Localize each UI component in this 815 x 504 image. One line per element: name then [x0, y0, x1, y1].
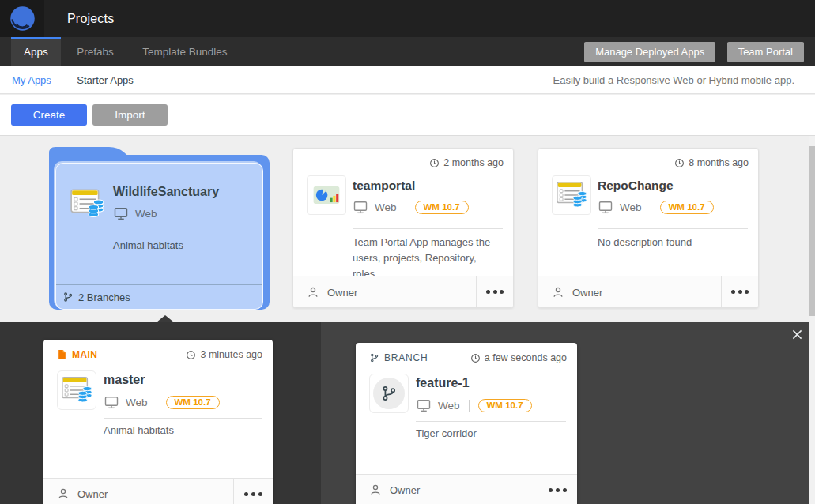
action-bar: Create Import: [0, 95, 815, 136]
divider: [157, 397, 157, 408]
main-tab-bar: Apps Prefabs Template Bundles Manage Dep…: [0, 37, 815, 66]
divider: [651, 201, 651, 213]
top-bar: Projects: [0, 0, 815, 37]
owner-label: Owner: [327, 287, 357, 299]
owner-label: Owner: [77, 488, 108, 500]
branch-card-master[interactable]: MAIN 3 minutes ago: [43, 340, 273, 504]
project-name: WildlifeSanctuary: [113, 185, 219, 199]
card-footer: Owner: [43, 478, 273, 504]
file-icon: [57, 349, 67, 360]
header-actions: Manage Deployed Apps Team Portal: [576, 42, 804, 62]
branches-footer[interactable]: 2 Branches: [56, 284, 262, 309]
tab-apps[interactable]: Apps: [11, 37, 61, 66]
divider: [598, 228, 748, 229]
team-portal-button[interactable]: Team Portal: [727, 42, 804, 62]
updated-time: 2 months ago: [429, 157, 504, 168]
folder-inner-card[interactable]: WildlifeSanctuary Web Animal habitats 2 …: [55, 163, 263, 310]
updated-time: 3 minutes ago: [186, 349, 262, 360]
branch-avatar: [369, 374, 409, 413]
tab-template-bundles[interactable]: Template Bundles: [130, 37, 240, 66]
main-tag: MAIN: [57, 349, 97, 360]
tab-prefabs[interactable]: Prefabs: [64, 37, 126, 66]
version-badge: WM 10.7: [166, 396, 220, 409]
monitor-icon: [104, 394, 119, 410]
card-footer: Owner: [356, 474, 577, 504]
monitor-icon: [353, 199, 368, 215]
person-icon: [551, 285, 565, 299]
manage-deployed-apps-button[interactable]: Manage Deployed Apps: [584, 42, 715, 62]
divider: [353, 228, 503, 229]
scrollbar-track[interactable]: [809, 136, 815, 504]
version-badge: WM 10.7: [415, 201, 469, 214]
monitor-icon: [416, 397, 432, 413]
owner-row: Owner: [551, 276, 602, 308]
apps-subnav: My Apps Starter Apps Easily build a Resp…: [0, 66, 815, 94]
branch-card-feature-1[interactable]: BRANCH a few seconds ago feature-1: [356, 343, 577, 504]
close-branch-panel-button[interactable]: [788, 325, 806, 343]
card-footer: Owner: [293, 276, 513, 307]
import-button[interactable]: Import: [92, 104, 168, 126]
owner-row: Owner: [56, 479, 108, 504]
owner-label: Owner: [390, 484, 420, 496]
card-menu-button[interactable]: [538, 475, 577, 504]
app-icon: [57, 370, 96, 410]
subnav-starter-apps[interactable]: Starter Apps: [77, 66, 134, 94]
ellipsis-icon: [485, 290, 505, 294]
divider: [104, 418, 262, 419]
app-icon: [307, 175, 346, 215]
platform-label: Web: [375, 201, 397, 213]
project-card-teamportal[interactable]: 2 months ago teamportal Web WM 10.7 Team…: [292, 148, 514, 308]
monitor-icon: [598, 199, 613, 215]
project-description: Team Portal App manages the users, proje…: [353, 235, 507, 282]
divider: [113, 231, 255, 231]
project-name: teamportal: [353, 179, 415, 193]
version-badge: WM 10.7: [660, 201, 714, 214]
person-icon: [306, 285, 320, 299]
scrollbar-thumb[interactable]: [809, 146, 815, 316]
app-logo[interactable]: [0, 0, 44, 37]
updated-time: a few seconds ago: [470, 352, 567, 363]
card-menu-button[interactable]: [476, 276, 513, 307]
branch-icon: [62, 291, 74, 303]
platform-row: Web WM 10.7: [353, 199, 469, 215]
card-menu-button[interactable]: [233, 479, 273, 504]
project-description: Animal habitats: [113, 239, 183, 251]
branch-description: Animal habitats: [104, 424, 174, 436]
platform-label: Web: [620, 201, 642, 213]
tag-row: MAIN 3 minutes ago: [57, 349, 262, 360]
card-footer: Owner: [538, 276, 758, 307]
project-card-repochange[interactable]: 8 months ago RepoChange: [538, 148, 759, 308]
owner-label: Owner: [572, 287, 602, 299]
branch-icon: [369, 352, 379, 363]
divider: [469, 400, 470, 412]
platform-row: Web WM 10.7: [416, 397, 532, 413]
monitor-icon: [113, 205, 129, 221]
branch-description: Tiger corridor: [416, 427, 477, 439]
platform-label: Web: [438, 400, 460, 412]
branches-count-label: 2 Branches: [78, 291, 130, 303]
platform-label: Web: [126, 397, 148, 408]
avatar: [373, 378, 405, 409]
platform-row: Web: [113, 205, 157, 221]
card-menu-button[interactable]: [721, 276, 758, 307]
platform-row: Web WM 10.7: [104, 394, 220, 410]
branch-icon: [380, 385, 398, 402]
subnav-my-apps[interactable]: My Apps: [12, 66, 51, 94]
app-icon: [552, 175, 591, 215]
clock-icon: [674, 158, 685, 168]
owner-row: Owner: [306, 276, 357, 308]
divider: [416, 421, 566, 422]
clock-icon: [470, 353, 481, 363]
close-icon: [790, 328, 804, 341]
create-button[interactable]: Create: [11, 104, 87, 126]
tag-row: BRANCH a few seconds ago: [369, 352, 567, 363]
owner-row: Owner: [368, 475, 420, 504]
updated-time: 8 months ago: [674, 157, 749, 168]
project-name: RepoChange: [598, 179, 674, 193]
divider: [406, 201, 406, 213]
person-icon: [56, 487, 70, 501]
tagline-text: Easily build a Responsive Web or Hybrid …: [553, 66, 794, 94]
tag-label: MAIN: [72, 349, 97, 360]
app-icon: [69, 186, 105, 222]
ellipsis-icon: [730, 290, 750, 294]
